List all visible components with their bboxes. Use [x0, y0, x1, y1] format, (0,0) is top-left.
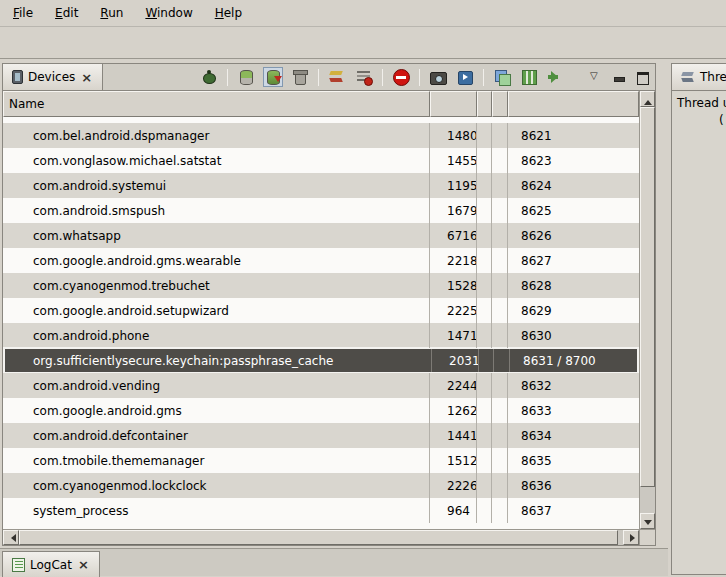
blank-cell-2 — [492, 148, 508, 173]
table-row[interactable]: com.cyanogenmod.trebuchet 1528 8628 — [3, 273, 639, 298]
scroll-up-button[interactable] — [640, 91, 655, 107]
menu-help[interactable]: Help — [204, 2, 253, 24]
blank-cell-2 — [492, 198, 508, 223]
close-icon[interactable]: × — [80, 71, 93, 84]
table-row[interactable]: com.vonglasow.michael.satstat 14553 8623 — [3, 148, 639, 173]
vertical-scrollbar-thumb[interactable] — [640, 107, 655, 487]
table-row[interactable]: com.whatsapp 6716 8626 — [3, 223, 639, 248]
vertical-scroll-trough[interactable] — [640, 487, 655, 513]
minimize-icon[interactable] — [611, 68, 625, 86]
blank-cell-1 — [477, 473, 492, 498]
tab-devices[interactable]: Devices × — [3, 64, 103, 90]
blank-cell-1 — [477, 123, 492, 148]
column-header-name[interactable]: Name — [3, 91, 430, 117]
blank-cell-1 — [477, 423, 492, 448]
scroll-down-button[interactable] — [640, 513, 655, 529]
update-threads-icon[interactable] — [328, 68, 346, 86]
process-pid: 20311 — [432, 349, 479, 372]
devices-tab-bar: Devices × — [3, 64, 655, 91]
view-menu-icon[interactable] — [589, 68, 602, 86]
workbench: Devices × Name com.bel.android.dspmanage… — [0, 59, 726, 576]
tab-threads[interactable]: Threads × — [672, 64, 726, 90]
process-port: 8629 — [508, 298, 639, 323]
cause-gc-icon[interactable] — [291, 68, 309, 86]
toolbar-separator — [382, 69, 383, 86]
process-name: com.android.phone — [3, 323, 430, 348]
table-row[interactable]: com.google.android.gms 12623 8633 — [3, 398, 639, 423]
update-heap-icon[interactable] — [237, 68, 255, 86]
process-name: com.android.systemui — [3, 173, 430, 198]
table-row[interactable]: com.android.phone 1471 8630 — [3, 323, 639, 348]
maximize-icon[interactable] — [634, 68, 649, 86]
blank-cell-2 — [492, 398, 508, 423]
process-name: com.google.android.gms.wearable — [3, 248, 430, 273]
table-row[interactable]: com.android.defcontainer 14411 8634 — [3, 423, 639, 448]
vertical-scrollbar[interactable] — [639, 91, 655, 529]
threads-message-line2: ( — [677, 112, 726, 129]
screen-capture-icon[interactable] — [429, 68, 447, 86]
scroll-left-button[interactable] — [3, 530, 19, 545]
table-row[interactable]: com.google.android.gms.wearable 22185 86… — [3, 248, 639, 273]
blank-cell-2 — [492, 273, 508, 298]
menu-run[interactable]: Run — [89, 2, 134, 24]
table-row[interactable]: com.tmobile.thememanager 1512 8635 — [3, 448, 639, 473]
blank-cell-1 — [477, 448, 492, 473]
menu-file[interactable]: File — [2, 2, 44, 24]
blank-cell-1 — [477, 323, 492, 348]
threads-tab-bar: Threads × — [672, 64, 726, 91]
horizontal-scrollbar-thumb[interactable] — [19, 530, 618, 545]
process-pid: 1471 — [430, 323, 477, 348]
blank-cell-2 — [492, 448, 508, 473]
process-name: org.sufficientlysecure.keychain:passphra… — [5, 349, 432, 372]
blank-cell-2 — [492, 298, 508, 323]
dump-hprof-icon[interactable] — [264, 68, 282, 86]
table-row[interactable]: com.google.android.setupwizard 22250 862… — [3, 298, 639, 323]
devices-toolbar — [200, 64, 655, 90]
process-pid: 964 — [430, 498, 477, 523]
screen-record-icon[interactable] — [456, 68, 474, 86]
table-row[interactable]: com.android.smspush 1679 8625 — [3, 198, 639, 223]
table-row[interactable]: com.cyanogenmod.lockclock 22265 8636 — [3, 473, 639, 498]
table-row[interactable]: system_process 964 8637 — [3, 498, 639, 523]
process-name: com.android.defcontainer — [3, 423, 430, 448]
table-row[interactable]: com.android.systemui 1195 8624 — [3, 173, 639, 198]
column-header-pid[interactable] — [430, 91, 477, 117]
process-port: 8626 — [508, 223, 639, 248]
blank-cell-2 — [492, 423, 508, 448]
process-name: com.android.vending — [3, 373, 430, 398]
process-pid: 14411 — [430, 423, 477, 448]
menu-edit[interactable]: Edit — [44, 2, 89, 24]
blank-cell-2 — [492, 248, 508, 273]
blank-cell-1 — [477, 298, 492, 323]
blank-cell-1 — [477, 248, 492, 273]
table-row[interactable]: org.sufficientlysecure.keychain:passphra… — [3, 347, 639, 374]
table-row[interactable]: com.android.vending 22440 8632 — [3, 373, 639, 398]
process-pid: 6716 — [430, 223, 477, 248]
scroll-right-button[interactable] — [623, 530, 639, 545]
stop-process-icon[interactable] — [392, 68, 410, 86]
view-hierarchy-icon[interactable] — [493, 68, 511, 86]
table-header: Name — [3, 91, 639, 117]
process-port: 8635 — [508, 448, 639, 473]
method-profiling-icon[interactable] — [355, 68, 373, 86]
threads-message: Thread up ( — [672, 91, 726, 129]
horizontal-scrollbar[interactable] — [3, 529, 639, 545]
menu-window[interactable]: Window — [134, 2, 203, 24]
process-pid: 12623 — [430, 398, 477, 423]
logcat-icon — [12, 558, 25, 572]
blank-cell-2 — [492, 473, 508, 498]
opengl-trace-icon[interactable] — [547, 68, 565, 86]
close-icon[interactable]: × — [77, 558, 90, 571]
blank-cell-2 — [492, 373, 508, 398]
tab-logcat[interactable]: LogCat × — [2, 551, 100, 577]
column-header-port[interactable] — [508, 91, 639, 117]
process-port: 8632 — [508, 373, 639, 398]
debug-icon[interactable] — [200, 68, 218, 86]
systrace-icon[interactable] — [520, 68, 538, 86]
column-header-blank2[interactable] — [492, 91, 508, 117]
process-pid: 1679 — [430, 198, 477, 223]
process-pid: 22185 — [430, 248, 477, 273]
column-header-blank1[interactable] — [477, 91, 492, 117]
process-port: 8633 — [508, 398, 639, 423]
table-row[interactable]: com.bel.android.dspmanager 1480 8621 — [3, 123, 639, 148]
